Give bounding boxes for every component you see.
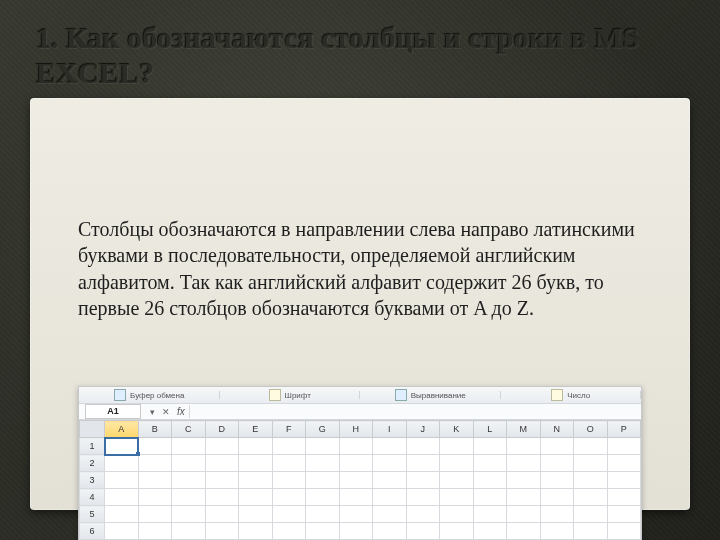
- grid-row: 5: [80, 506, 641, 523]
- cell: [607, 506, 641, 523]
- cell: [473, 455, 507, 472]
- cell: [607, 523, 641, 540]
- cell: [306, 489, 340, 506]
- cell: [540, 523, 574, 540]
- cell: [540, 472, 574, 489]
- grid-row: 3: [80, 472, 641, 489]
- cell: [205, 472, 239, 489]
- cell: [406, 472, 440, 489]
- cell: [138, 438, 172, 455]
- cell: [473, 438, 507, 455]
- cell: [574, 455, 608, 472]
- ribbon-label: Шрифт: [285, 391, 311, 400]
- ribbon-label: Буфер обмена: [130, 391, 184, 400]
- cell: [507, 455, 541, 472]
- cell: [239, 489, 273, 506]
- row-header: 3: [80, 472, 105, 489]
- cell: [339, 489, 373, 506]
- cell: [574, 506, 608, 523]
- cell: [239, 506, 273, 523]
- ribbon-label: Выравнивание: [411, 391, 466, 400]
- cell: [574, 523, 608, 540]
- dropdown-icon: ▾: [145, 407, 159, 417]
- cell: [239, 438, 273, 455]
- col-header: I: [373, 421, 407, 438]
- cell: [440, 455, 474, 472]
- cell: [339, 523, 373, 540]
- cell: [406, 489, 440, 506]
- formula-bar: A1 ▾ ✕ fx: [79, 404, 641, 420]
- cell: [339, 506, 373, 523]
- col-header: E: [239, 421, 273, 438]
- cell: [306, 523, 340, 540]
- cell: [473, 472, 507, 489]
- ribbon: Буфер обмена Шрифт Выравнивание Число: [79, 387, 641, 404]
- cell: [205, 455, 239, 472]
- cell: [540, 506, 574, 523]
- cell: [607, 489, 641, 506]
- cell: [306, 472, 340, 489]
- cell-A1: [105, 438, 139, 455]
- grid-row: 6: [80, 523, 641, 540]
- cell: [138, 472, 172, 489]
- cell: [507, 438, 541, 455]
- presentation-slide: 1. Как обозначаются столбцы и строки в M…: [0, 0, 720, 540]
- number-icon: [551, 389, 563, 401]
- cell: [205, 489, 239, 506]
- align-icon: [395, 389, 407, 401]
- col-header: A: [105, 421, 139, 438]
- col-header: H: [339, 421, 373, 438]
- cell: [239, 472, 273, 489]
- cell: [540, 489, 574, 506]
- cell: [138, 523, 172, 540]
- grid-row: 1: [80, 438, 641, 455]
- cell: [507, 506, 541, 523]
- cell: [540, 438, 574, 455]
- cell: [205, 438, 239, 455]
- ribbon-group-number: Число: [501, 389, 642, 401]
- cell: [373, 489, 407, 506]
- cell: [138, 489, 172, 506]
- cell: [272, 438, 306, 455]
- cell: [105, 523, 139, 540]
- cell: [440, 523, 474, 540]
- formula-input: [189, 405, 635, 418]
- row-header: 2: [80, 455, 105, 472]
- col-header: B: [138, 421, 172, 438]
- col-header: D: [205, 421, 239, 438]
- col-header: F: [272, 421, 306, 438]
- cell: [574, 438, 608, 455]
- cell: [172, 489, 206, 506]
- cell: [440, 506, 474, 523]
- cell: [339, 472, 373, 489]
- cell: [373, 523, 407, 540]
- cell: [440, 472, 474, 489]
- col-header: N: [540, 421, 574, 438]
- cell: [239, 455, 273, 472]
- row-header: 6: [80, 523, 105, 540]
- col-header: G: [306, 421, 340, 438]
- cell: [138, 506, 172, 523]
- slide-heading: 1. Как обозначаются столбцы и строки в M…: [36, 20, 684, 91]
- cell: [406, 506, 440, 523]
- body-paragraph: Столбцы обозначаются в направлении слева…: [78, 216, 642, 322]
- cell: [306, 438, 340, 455]
- cell: [105, 489, 139, 506]
- cell: [306, 506, 340, 523]
- font-icon: [269, 389, 281, 401]
- grid-body: 1 2 3 4 5 6 7 8: [80, 438, 641, 541]
- ribbon-label: Число: [567, 391, 590, 400]
- cell: [373, 455, 407, 472]
- cell: [440, 438, 474, 455]
- cell: [373, 506, 407, 523]
- cell: [473, 523, 507, 540]
- cell: [406, 523, 440, 540]
- cell: [172, 472, 206, 489]
- cell: [507, 489, 541, 506]
- cell: [239, 523, 273, 540]
- spreadsheet-grid: A B C D E F G H I J K L M N O: [79, 420, 641, 540]
- cell: [272, 455, 306, 472]
- cell: [105, 455, 139, 472]
- excel-screenshot: Буфер обмена Шрифт Выравнивание Число A1…: [78, 386, 642, 540]
- row-header: 5: [80, 506, 105, 523]
